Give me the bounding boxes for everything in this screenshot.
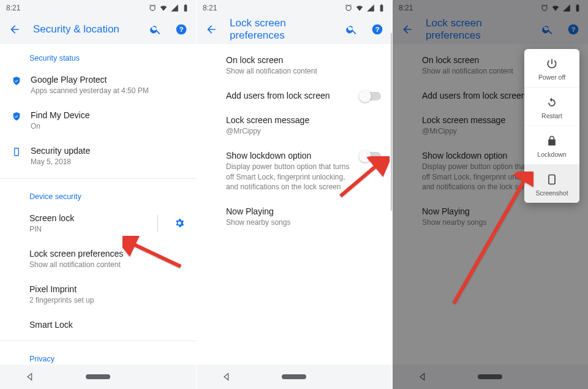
status-bar: 8:21: [197, 0, 392, 16]
wifi-icon: [355, 4, 364, 12]
alarm-icon: [344, 4, 353, 12]
settings-list: On lock screen Show all notification con…: [197, 44, 392, 364]
row-subtitle: 2 fingerprints set up: [29, 295, 185, 305]
back-button[interactable]: [204, 22, 219, 37]
row-subtitle: Display power button option that turns o…: [226, 162, 352, 192]
screen-lock-settings-button[interactable]: [174, 216, 185, 231]
row-subtitle: Show nearby songs: [422, 217, 577, 227]
back-button[interactable]: [7, 22, 22, 37]
battery-icon: [377, 4, 386, 12]
back-arrow-icon: [401, 23, 413, 36]
page-title: Security & location: [33, 23, 137, 36]
search-button[interactable]: [148, 22, 163, 37]
nav-back-icon[interactable]: [418, 372, 428, 382]
row-on-lock-screen[interactable]: On lock screen Show all notification con…: [197, 48, 392, 83]
row-screen-lock[interactable]: Screen lock PIN: [0, 206, 196, 241]
divider: [0, 178, 196, 179]
lockdown-button[interactable]: Lockdown: [524, 126, 579, 165]
row-title: Screen lock: [29, 213, 149, 223]
row-subtitle: Show nearby songs: [226, 217, 381, 227]
help-button[interactable]: ?: [370, 22, 385, 37]
row-smart-lock[interactable]: Smart Lock: [0, 312, 196, 337]
row-subtitle: Apps scanned yesterday at 4:50 PM: [31, 86, 185, 96]
row-subtitle: @MrCippy: [226, 126, 381, 136]
app-bar: Lock screen preferences ?: [197, 16, 392, 43]
row-title: Lock screen preferences: [29, 249, 185, 259]
status-icons: [148, 4, 190, 12]
row-show-lockdown[interactable]: Show lockdown option Display power butto…: [197, 143, 392, 199]
battery-icon: [573, 4, 582, 12]
power-off-label: Power off: [538, 74, 565, 81]
row-lock-screen-message[interactable]: Lock screen message @MrCippy: [197, 108, 392, 143]
clock: 8:21: [6, 4, 20, 12]
screen-power-menu: 8:21 Lock screen preferences ? On lock s…: [392, 0, 588, 389]
row-now-playing[interactable]: Now Playing Show nearby songs: [393, 199, 588, 235]
status-bar: 8:21: [393, 0, 588, 16]
wifi-icon: [551, 4, 560, 12]
screenshot-button[interactable]: Screenshot: [524, 165, 579, 203]
shield-check-icon: [12, 111, 21, 121]
status-icons: [540, 4, 582, 12]
phone-icon: [12, 147, 21, 157]
row-title: Smart Lock: [29, 320, 185, 330]
row-security-update[interactable]: Security update May 5, 2018: [0, 138, 196, 174]
power-off-button[interactable]: Power off: [524, 49, 579, 88]
app-bar: Security & location ?: [0, 16, 196, 43]
svg-rect-2: [15, 148, 19, 156]
back-arrow-icon: [205, 23, 217, 36]
row-subtitle: Show all notification content: [226, 66, 381, 76]
screen-lock-preferences: 8:21 Lock screen preferences ? On lock s…: [196, 0, 392, 389]
row-subtitle: May 5, 2018: [31, 157, 185, 167]
help-icon: ?: [371, 23, 383, 36]
help-button[interactable]: ?: [174, 22, 189, 37]
signal-icon: [562, 4, 571, 12]
navigation-bar: [197, 364, 392, 389]
screenshot-icon: [546, 173, 558, 186]
search-icon: [345, 23, 358, 36]
row-title: Find My Device: [31, 110, 185, 120]
svg-rect-11: [549, 175, 555, 184]
row-now-playing[interactable]: Now Playing Show nearby songs: [197, 199, 392, 235]
status-bar: 8:21: [0, 0, 196, 16]
svg-text:?: ?: [375, 25, 379, 33]
page-title: Lock screen preferences: [230, 17, 333, 42]
row-title: Lock screen message: [226, 115, 381, 125]
clock: 8:21: [203, 4, 217, 12]
row-title: On lock screen: [226, 55, 381, 65]
search-button[interactable]: [344, 22, 359, 37]
row-subtitle: Show all notification content: [29, 260, 185, 270]
signal-icon: [366, 4, 375, 12]
back-arrow-icon: [9, 23, 21, 36]
row-add-users[interactable]: Add users from lock screen: [197, 83, 392, 108]
row-title: Google Play Protect: [31, 75, 185, 85]
row-find-my-device[interactable]: Find My Device On: [0, 103, 196, 138]
alarm-icon: [148, 4, 157, 12]
nav-home-pill[interactable]: [478, 374, 502, 379]
search-button[interactable]: [540, 22, 555, 37]
section-device-security: Device security: [0, 183, 196, 206]
row-google-play-protect[interactable]: Google Play Protect Apps scanned yesterd…: [0, 67, 196, 103]
nav-home-pill[interactable]: [86, 374, 110, 379]
search-icon: [149, 23, 162, 36]
row-title: Add users from lock screen: [226, 91, 352, 100]
app-bar: Lock screen preferences ?: [393, 16, 588, 43]
nav-back-icon[interactable]: [25, 372, 35, 382]
screenshot-label: Screenshot: [535, 189, 568, 197]
status-icons: [344, 4, 386, 12]
toggle-show-lockdown[interactable]: [360, 152, 381, 161]
separator: [157, 215, 158, 232]
restart-button[interactable]: Restart: [524, 88, 579, 126]
row-pixel-imprint[interactable]: Pixel Imprint 2 fingerprints set up: [0, 277, 196, 312]
nav-back-icon[interactable]: [222, 372, 232, 382]
toggle-add-users[interactable]: [360, 92, 381, 100]
power-menu: Power off Restart Lockdown Screenshot: [524, 49, 579, 203]
row-lock-screen-preferences[interactable]: Lock screen preferences Show all notific…: [0, 241, 196, 277]
row-title: Pixel Imprint: [29, 284, 185, 294]
lock-icon: [546, 135, 558, 147]
svg-text:?: ?: [179, 25, 183, 33]
help-button[interactable]: ?: [566, 22, 581, 37]
nav-home-pill[interactable]: [282, 374, 306, 379]
back-button[interactable]: [400, 22, 415, 37]
row-title: Now Playing: [422, 206, 577, 216]
power-icon: [546, 58, 558, 70]
